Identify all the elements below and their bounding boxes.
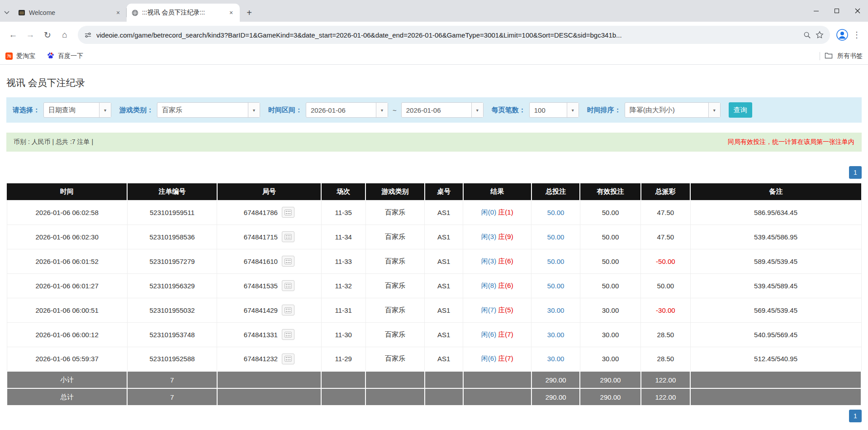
subtotal-cell: 7 bbox=[127, 371, 217, 388]
round-number: 674841232 bbox=[244, 355, 278, 363]
forward-button[interactable]: → bbox=[22, 26, 39, 43]
column-header: 结果 bbox=[463, 183, 531, 200]
round-detail-icon[interactable] bbox=[282, 231, 294, 242]
query-type-dropdown[interactable]: 日期查询 ▾ bbox=[43, 102, 111, 118]
chevron-down-icon[interactable]: ▾ bbox=[99, 103, 111, 117]
total-bet-link[interactable]: 50.00 bbox=[547, 258, 564, 265]
total-bet-link[interactable]: 50.00 bbox=[547, 233, 564, 241]
tab-close-icon[interactable]: × bbox=[227, 9, 235, 17]
round-number: 674841715 bbox=[244, 233, 278, 241]
site-info-icon[interactable] bbox=[84, 31, 92, 39]
chevron-down-icon[interactable]: ▾ bbox=[708, 103, 720, 117]
round-detail-icon[interactable] bbox=[282, 207, 294, 218]
maximize-button[interactable] bbox=[826, 0, 847, 22]
total-bet-link[interactable]: 50.00 bbox=[547, 282, 564, 290]
cell-table-no: AS1 bbox=[425, 322, 463, 347]
cell-payout: -30.00 bbox=[641, 298, 691, 322]
globe-icon bbox=[131, 9, 138, 16]
minimize-button[interactable] bbox=[806, 0, 826, 22]
back-button[interactable]: ← bbox=[5, 26, 22, 43]
cell-note: 539.45/589.45 bbox=[690, 273, 861, 298]
new-tab-button[interactable]: + bbox=[242, 6, 256, 19]
total-bet-link[interactable]: 30.00 bbox=[547, 306, 564, 314]
cell-valid-bet: 50.00 bbox=[580, 225, 640, 249]
cell-total-bet: 50.00 bbox=[531, 225, 580, 249]
total-cell: 7 bbox=[127, 388, 217, 406]
payout-value: 47.50 bbox=[657, 233, 674, 241]
date-start-dropdown[interactable]: 2026-01-06 ▾ bbox=[306, 102, 388, 118]
search-button[interactable]: 查询 bbox=[729, 102, 752, 118]
total-cell bbox=[365, 388, 424, 406]
subtotal-cell: 290.00 bbox=[580, 371, 640, 388]
round-detail-icon[interactable] bbox=[282, 256, 294, 267]
kebab-menu-icon[interactable]: ⋮ bbox=[850, 27, 863, 43]
cell-game: 百家乐 bbox=[365, 200, 424, 225]
page-1-button[interactable]: 1 bbox=[849, 410, 862, 422]
total-bet-link[interactable]: 30.00 bbox=[547, 355, 564, 363]
banker-result: 庄(7) bbox=[498, 330, 513, 338]
total-bet-link[interactable]: 30.00 bbox=[547, 331, 564, 339]
banker-result: 庄(1) bbox=[498, 208, 513, 216]
profile-button[interactable] bbox=[835, 27, 850, 43]
address-bar[interactable]: videoie.com/game/betrecord_search/kind3?… bbox=[78, 26, 830, 44]
cell-game: 百家乐 bbox=[365, 273, 424, 298]
cell-round-no: 674841331 bbox=[217, 322, 321, 347]
refresh-button[interactable]: ↻ bbox=[39, 26, 56, 43]
date-end-dropdown[interactable]: 2026-01-06 ▾ bbox=[401, 102, 484, 118]
cell-round-no: 674841535 bbox=[217, 273, 321, 298]
cell-payout: 28.50 bbox=[641, 322, 691, 347]
cell-bet-no: 523101955032 bbox=[127, 298, 217, 322]
cell-session: 11-34 bbox=[321, 225, 365, 249]
bookmark-aitaobao[interactable]: 淘 爱淘宝 bbox=[5, 52, 35, 60]
round-detail-icon[interactable] bbox=[282, 305, 294, 315]
chevron-down-icon[interactable]: ▾ bbox=[248, 103, 260, 117]
total-row: 总计7290.00290.00122.00 bbox=[7, 388, 861, 406]
round-detail-icon[interactable] bbox=[282, 329, 294, 340]
chevron-down-icon[interactable]: ▾ bbox=[376, 103, 388, 117]
cell-time: 2026-01-06 06:01:52 bbox=[7, 249, 127, 273]
round-detail-icon[interactable] bbox=[282, 280, 294, 291]
column-header: 总派彩 bbox=[641, 183, 691, 200]
bookmark-star-icon[interactable] bbox=[816, 31, 824, 39]
tab-close-icon[interactable]: × bbox=[114, 9, 122, 17]
zoom-icon[interactable] bbox=[803, 31, 811, 39]
column-header: 桌号 bbox=[425, 183, 463, 200]
table-row: 2026-01-06 06:00:51523101955032674841429… bbox=[7, 298, 861, 322]
table-row: 2026-01-06 06:02:58523101959511674841786… bbox=[7, 200, 861, 225]
cell-note: 540.95/569.45 bbox=[690, 322, 861, 347]
total-cell bbox=[321, 388, 365, 406]
page-title: 视讯 会员下注纪录 bbox=[6, 76, 862, 89]
cell-note: 586.95/634.45 bbox=[690, 200, 861, 225]
player-result: 闲(0) bbox=[481, 208, 496, 216]
cell-result: 闲(7) 庄(5) bbox=[463, 298, 531, 322]
home-button[interactable]: ⌂ bbox=[56, 26, 73, 43]
cell-session: 11-33 bbox=[321, 249, 365, 273]
cell-valid-bet: 50.00 bbox=[580, 200, 640, 225]
game-kind-label: 游戏类别： bbox=[119, 106, 153, 115]
chevron-down-icon[interactable]: ▾ bbox=[567, 103, 579, 117]
tab-welcome[interactable]: Welcome × bbox=[14, 4, 127, 22]
round-detail-icon[interactable] bbox=[282, 354, 294, 364]
cell-session: 11-29 bbox=[321, 347, 365, 371]
bookmark-label: 爱淘宝 bbox=[16, 52, 35, 60]
url-text[interactable]: videoie.com/game/betrecord_search/kind3?… bbox=[96, 31, 799, 39]
game-kind-dropdown[interactable]: 百家乐 ▾ bbox=[157, 102, 260, 118]
cell-payout: 47.50 bbox=[641, 200, 691, 225]
per-page-dropdown[interactable]: 100 ▾ bbox=[529, 102, 579, 118]
total-cell bbox=[463, 388, 531, 406]
cell-round-no: 674841610 bbox=[217, 249, 321, 273]
page-1-button[interactable]: 1 bbox=[849, 166, 862, 179]
chevron-down-icon[interactable]: ▾ bbox=[471, 103, 483, 117]
all-bookmarks[interactable]: 所有书签 bbox=[820, 52, 863, 60]
tab-search-button[interactable] bbox=[0, 4, 14, 22]
close-button[interactable] bbox=[847, 0, 868, 22]
total-bet-link[interactable]: 50.00 bbox=[547, 209, 564, 216]
cell-note: 512.45/540.95 bbox=[690, 347, 861, 371]
tab-bet-records[interactable]: :::视讯 会员下注纪录::: × bbox=[127, 4, 240, 22]
cell-valid-bet: 30.00 bbox=[580, 298, 640, 322]
bookmark-baidu[interactable]: 百度一下 bbox=[47, 52, 83, 61]
cell-session: 11-32 bbox=[321, 273, 365, 298]
table-row: 2026-01-06 06:02:30523101958536674841715… bbox=[7, 225, 861, 249]
cell-time: 2026-01-06 06:00:12 bbox=[7, 322, 127, 347]
time-sort-dropdown[interactable]: 降幂(由大到小) ▾ bbox=[625, 102, 721, 118]
